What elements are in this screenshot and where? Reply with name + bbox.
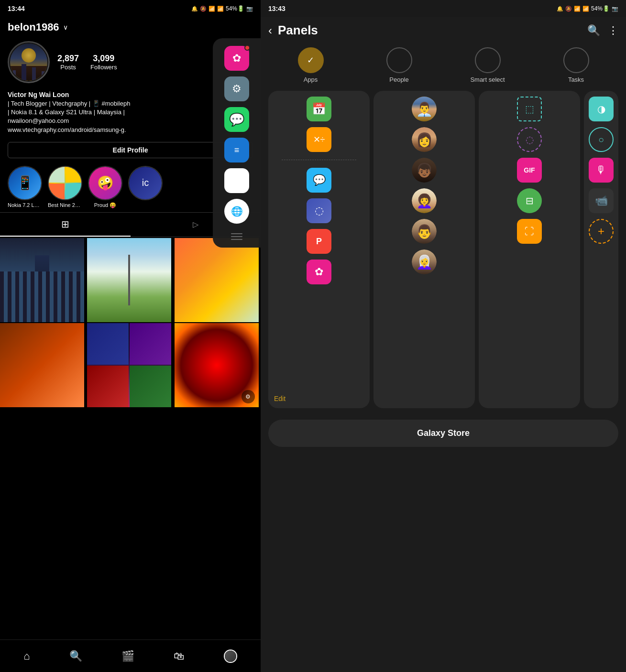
highlight-proud[interactable]: 🤪 Proud 😝	[88, 166, 122, 208]
bloom-icon: ✿	[232, 52, 241, 65]
task-icon-1[interactable]: ◑	[589, 97, 614, 121]
grid-item-5[interactable]	[87, 323, 171, 407]
panels-content: ‹ Panels 🔍 ⋮ ✓ Apps People	[261, 17, 626, 672]
phone-right: 13:43 🔔 🔕 📶 📶 54%🔋 📷 ‹ Panels 🔍 ⋮ ✓	[261, 0, 626, 672]
messages-icon: ≡	[234, 145, 240, 155]
edge-app-youtube[interactable]: ▶	[224, 168, 249, 193]
status-time-right: 13:43	[268, 5, 286, 12]
chrome-icon: 🌐	[231, 206, 243, 217]
app-calculator[interactable]: ✕÷	[307, 127, 331, 152]
nav-search[interactable]: 🔍	[69, 650, 82, 662]
person-3-avatar[interactable]: 👦🏾	[412, 158, 437, 183]
smart-icon-2[interactable]: ◌	[517, 127, 542, 152]
app-messages[interactable]: 💬	[307, 168, 331, 193]
people-panel: 👨‍💼 👩 👦🏾 👩‍	[373, 91, 475, 408]
grid-item-1[interactable]	[0, 238, 84, 322]
status-icons-right: 🔔 🔕 📶 📶 54%🔋 📷	[557, 5, 618, 12]
grid-item-6[interactable]: ⚙	[175, 323, 259, 407]
search-icon: 🔍	[69, 650, 82, 662]
galaxy-store-button[interactable]: Galaxy Store	[268, 420, 618, 447]
search-button[interactable]: 🔍	[587, 24, 600, 37]
chevron-down-icon[interactable]: ∨	[63, 23, 68, 31]
home-icon: ⌂	[23, 650, 30, 662]
battery-text: 54%🔋	[226, 5, 244, 12]
task-icon-3[interactable]: 🎙	[589, 158, 614, 183]
camera-icon: 📷	[246, 6, 253, 12]
posts-count: 2,897	[57, 54, 79, 64]
smart-select-panel: ⬚ ◌ GIF ⊟ ⛶	[479, 91, 580, 408]
signal-icon: 📶	[217, 6, 224, 12]
p-icon: P	[316, 237, 322, 247]
mute-icon-r: 🔕	[565, 6, 572, 12]
person-6-avatar[interactable]: 👩‍🦳	[412, 249, 437, 274]
mute-icon: 🔕	[200, 6, 207, 12]
chat-icon: 💬	[313, 174, 326, 186]
photo-grid: ⚙	[0, 237, 261, 408]
status-icons-left: 🔔 🔕 📶 📶 54%🔋 📷	[191, 5, 253, 12]
tasks-panel: ◑ ○ 🎙 📹 +	[584, 91, 618, 408]
handle-line-1	[231, 233, 242, 234]
followers-count: 3,099	[90, 54, 117, 64]
calendar-icon: 📅	[312, 102, 326, 116]
edge-app-whatsapp[interactable]: 💬	[224, 107, 249, 132]
posts-stat: 2,897 Posts	[57, 54, 79, 71]
edge-app-messages[interactable]: ≡	[224, 138, 249, 163]
smart-icon-1[interactable]: ⬚	[517, 97, 542, 121]
add-panel-button[interactable]: +	[589, 219, 614, 244]
edge-app-chrome[interactable]: 🌐	[224, 199, 249, 224]
person-2-avatar[interactable]: 👩	[412, 127, 437, 152]
smart-icon-4[interactable]: ⊟	[517, 188, 542, 213]
grid-item-4[interactable]	[0, 323, 84, 407]
highlight-bestnine[interactable]: Best Nine 2018	[48, 166, 82, 208]
person-1-avatar[interactable]: 👨‍💼	[412, 97, 437, 121]
tasks-circle	[563, 47, 589, 73]
select-circle-icon: ◌	[526, 134, 534, 145]
highlight-circle-bestnine	[48, 166, 82, 200]
nav-profile[interactable]	[224, 650, 237, 663]
panel-type-apps[interactable]: ✓ Apps	[268, 47, 353, 83]
task-icon-2[interactable]: ○	[589, 127, 614, 152]
apps-circle: ✓	[298, 47, 324, 73]
highlight-circle-partial: ic	[128, 166, 163, 200]
person-4-avatar[interactable]: 👩‍🦱	[412, 188, 437, 213]
grid-item-3[interactable]	[175, 238, 259, 322]
grid-item-2[interactable]	[87, 238, 171, 322]
panel-type-tasks[interactable]: Tasks	[534, 47, 618, 83]
app-bloom[interactable]: ✿	[307, 260, 331, 284]
ig-username[interactable]: belon1986	[8, 21, 59, 33]
more-menu-button[interactable]: ⋮	[608, 24, 618, 37]
status-bar-left: 13:44 🔔 🔕 📶 📶 54%🔋 📷	[0, 0, 261, 17]
task-icon-4[interactable]: 📹	[589, 188, 614, 213]
person-5-avatar[interactable]: 👨	[412, 219, 437, 244]
edge-app-settings[interactable]: ⚙	[224, 76, 249, 101]
app-calendar[interactable]: 📅	[307, 97, 331, 121]
edge-panel: ✿ ⚙ 💬 ≡ ▶ 🌐	[213, 38, 261, 248]
highlight-label-nokia: Nokia 7.2 Lau...	[8, 202, 42, 208]
select-rect-icon: ⬚	[525, 103, 534, 115]
panel-type-smart[interactable]: Smart select	[445, 47, 530, 83]
app-p[interactable]: P	[307, 229, 331, 254]
edge-handle[interactable]	[231, 233, 242, 240]
page-title: Panels	[278, 23, 582, 38]
apps-panel: 📅 ✕÷ 💬 ◌ P	[268, 91, 370, 408]
tab-grid[interactable]: ⊞	[0, 213, 131, 237]
nav-reels[interactable]: 🎬	[121, 650, 134, 662]
battery-text-r: 54%🔋	[591, 5, 610, 12]
panel-type-people[interactable]: People	[357, 47, 441, 83]
back-button[interactable]: ‹	[268, 24, 272, 37]
smart-icon-3[interactable]: GIF	[517, 158, 542, 183]
settings-gear-icon: ⚙	[232, 83, 242, 95]
smart-label: Smart select	[470, 76, 505, 83]
nav-shop[interactable]: 🛍	[174, 650, 184, 662]
highlight-partial[interactable]: ic	[128, 166, 163, 208]
stats-row: 2,897 Posts 3,099 Followers	[57, 54, 117, 71]
edit-panel-button[interactable]: Edit	[274, 395, 286, 402]
nav-home[interactable]: ⌂	[23, 650, 30, 662]
highlight-nokia[interactable]: 📱 Nokia 7.2 Lau...	[8, 166, 42, 208]
panels-header: ‹ Panels 🔍 ⋮	[261, 17, 626, 43]
app-browser[interactable]: ◌	[307, 198, 331, 223]
grid-icon: ⊞	[61, 218, 69, 230]
followers-label: Followers	[90, 64, 117, 71]
signal-icon-r: 📶	[582, 6, 589, 12]
smart-icon-5[interactable]: ⛶	[517, 219, 542, 244]
